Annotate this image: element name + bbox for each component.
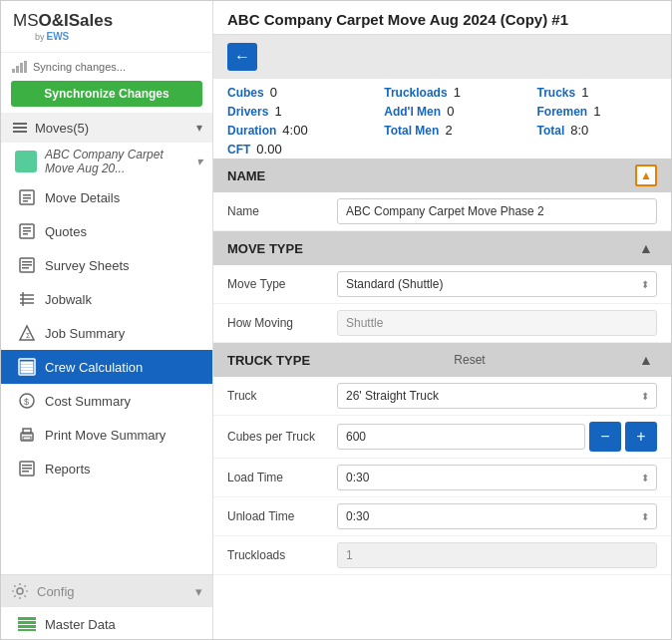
svg-rect-41 <box>18 629 36 631</box>
synchronize-button[interactable]: Synchronize Changes <box>11 81 202 107</box>
logo-oisales: O&ISales <box>39 11 114 31</box>
svg-rect-27 <box>21 368 33 370</box>
job-summary-label: Job Summary <box>45 326 125 341</box>
sidebar-item-job-summary[interactable]: Σ Job Summary <box>1 316 212 350</box>
svg-rect-28 <box>21 371 33 373</box>
reports-icon <box>17 459 37 479</box>
svg-rect-0 <box>12 69 15 73</box>
stat-truckloads: Truckloads 1 <box>384 85 516 100</box>
svg-rect-9 <box>23 197 31 199</box>
cubes-per-truck-row: Cubes per Truck − + <box>213 416 671 459</box>
sub-item-chevron: ▾ <box>196 155 202 168</box>
print-icon <box>17 425 37 445</box>
jobwalk-icon <box>17 289 37 309</box>
logo-area: MS O&ISales by EWS <box>1 1 212 53</box>
stat-cubes: Cubes 0 <box>227 85 364 100</box>
sidebar-footer: Config ▾ Master Data <box>1 574 212 640</box>
cost-summary-icon: $ <box>17 391 37 411</box>
svg-rect-4 <box>13 123 27 125</box>
jobwalk-label: Jobwalk <box>45 292 92 307</box>
config-icon <box>11 582 29 600</box>
cubes-per-truck-input[interactable] <box>337 424 585 450</box>
main-content: ABC Company Carpet Move Aug 2024 (Copy) … <box>213 1 671 640</box>
truck-select-wrapper: 26' Straight Truck Semi Cargo Van <box>337 383 657 409</box>
sidebar-item-move-details[interactable]: Move Details <box>1 180 212 214</box>
move-type-select[interactable]: Standard (Shuttle) Standard Long Distanc… <box>337 271 657 297</box>
svg-rect-8 <box>23 194 31 196</box>
stat-total: Total 8:0 <box>536 123 657 138</box>
sidebar-item-print-move-summary[interactable]: Print Move Summary <box>1 418 212 452</box>
move-type-select-wrapper: Standard (Shuttle) Standard Long Distanc… <box>337 271 657 297</box>
svg-rect-5 <box>13 127 27 129</box>
name-row: Name <box>213 192 671 231</box>
crew-calculation-icon <box>17 357 37 377</box>
svg-rect-35 <box>22 465 32 467</box>
unload-time-select[interactable]: 0:30 1:00 1:30 <box>337 503 657 529</box>
sync-icon <box>11 59 27 75</box>
move-type-row: Move Type Standard (Shuttle) Standard Lo… <box>213 265 671 304</box>
moves-chevron-icon: ▾ <box>196 121 202 135</box>
master-data-label: Master Data <box>45 617 116 632</box>
sub-item-icon <box>15 151 37 172</box>
svg-rect-38 <box>18 617 36 620</box>
truck-type-section-header: TRUCK TYPE Reset ▲ <box>213 343 671 377</box>
job-summary-icon: Σ <box>17 323 37 343</box>
name-input[interactable] <box>337 198 657 224</box>
reports-label: Reports <box>45 462 91 477</box>
stat-addl-men: Add'l Men 0 <box>384 104 516 119</box>
name-collapse-button[interactable]: ▲ <box>635 164 657 186</box>
load-time-label: Load Time <box>227 471 337 484</box>
how-moving-input <box>337 310 657 336</box>
stat-total-men: Total Men 2 <box>384 123 516 138</box>
load-time-select-wrapper: 0:30 1:00 1:30 <box>337 465 657 490</box>
move-type-collapse-button[interactable]: ▲ <box>635 237 657 259</box>
sidebar-item-cost-summary[interactable]: $ Cost Summary <box>1 384 212 418</box>
cost-summary-label: Cost Summary <box>45 394 131 409</box>
name-section-title: NAME <box>227 168 265 183</box>
truckloads-row: Truckloads <box>213 536 671 575</box>
load-time-select[interactable]: 0:30 1:00 1:30 <box>337 465 657 490</box>
crew-calculation-label: Crew Calculation <box>45 360 143 375</box>
sidebar-item-crew-calculation[interactable]: Crew Calculation <box>1 350 212 384</box>
how-moving-label: How Moving <box>227 316 337 330</box>
svg-rect-37 <box>22 471 29 473</box>
svg-rect-26 <box>21 365 33 367</box>
sidebar-item-quotes[interactable]: Quotes <box>1 214 212 248</box>
name-section-header: NAME ▲ <box>213 159 671 192</box>
cubes-increment-button[interactable]: + <box>625 422 657 452</box>
truck-type-collapse-button[interactable]: ▲ <box>635 349 657 371</box>
svg-rect-6 <box>13 131 27 133</box>
back-button[interactable]: ← <box>227 43 257 71</box>
name-field-wrapper <box>337 198 657 224</box>
truck-type-section-title: TRUCK TYPE <box>227 353 310 368</box>
sidebar-item-reports[interactable]: Reports <box>1 452 212 485</box>
svg-text:$: $ <box>24 397 29 407</box>
moves-section-header[interactable]: Moves(5) ▾ <box>1 113 212 143</box>
svg-rect-40 <box>18 625 36 628</box>
sidebar-item-jobwalk[interactable]: Jobwalk <box>1 282 212 316</box>
logo-ews: EWS <box>47 31 70 42</box>
config-row[interactable]: Config ▾ <box>1 575 212 607</box>
move-type-section-title: MOVE TYPE <box>227 241 303 256</box>
how-moving-row: How Moving <box>213 304 671 343</box>
truck-select[interactable]: 26' Straight Truck Semi Cargo Van <box>337 383 657 409</box>
move-type-section-header: MOVE TYPE ▲ <box>213 231 671 265</box>
sub-item-abc-company[interactable]: ABC Company Carpet Move Aug 20... ▾ <box>1 143 212 180</box>
config-chevron-icon: ▾ <box>195 584 202 599</box>
sidebar-item-master-data[interactable]: Master Data <box>1 607 212 640</box>
cubes-decrement-button[interactable]: − <box>589 422 621 452</box>
cubes-per-truck-stepper: − + <box>337 422 657 452</box>
svg-rect-39 <box>18 621 36 624</box>
sync-label: Syncing changes... <box>33 61 126 73</box>
stat-trucks: Trucks 1 <box>536 85 657 100</box>
reset-button[interactable]: Reset <box>454 353 485 367</box>
toolbar: ← <box>213 35 671 79</box>
survey-sheets-label: Survey Sheets <box>45 258 130 273</box>
logo-by: by <box>35 32 45 42</box>
svg-rect-10 <box>23 200 28 202</box>
svg-rect-36 <box>22 468 32 470</box>
stat-drivers: Drivers 1 <box>227 104 364 119</box>
svg-rect-2 <box>20 63 23 73</box>
sidebar-item-survey-sheets[interactable]: Survey Sheets <box>1 248 212 282</box>
page-title: ABC Company Carpet Move Aug 2024 (Copy) … <box>213 1 671 35</box>
